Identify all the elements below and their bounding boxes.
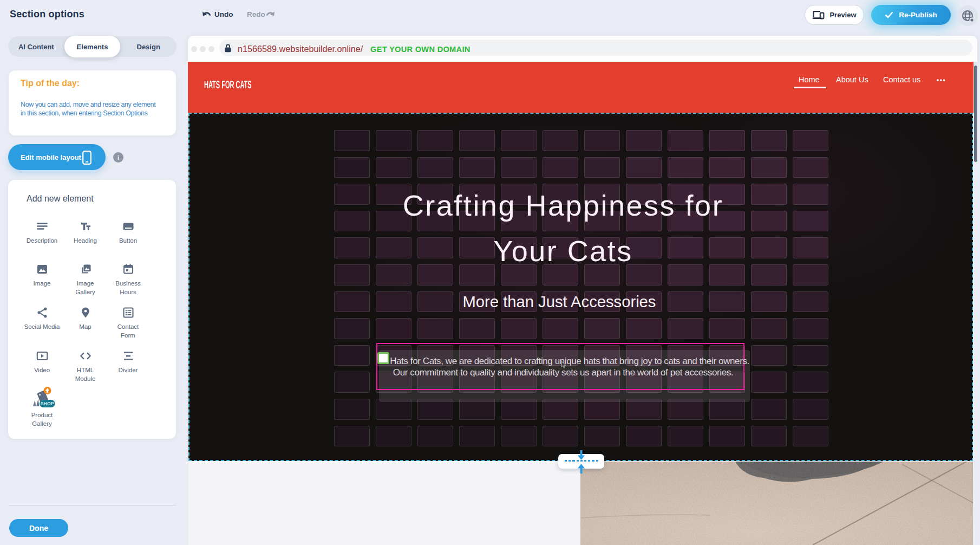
svg-text:SHOP: SHOP — [41, 401, 54, 406]
